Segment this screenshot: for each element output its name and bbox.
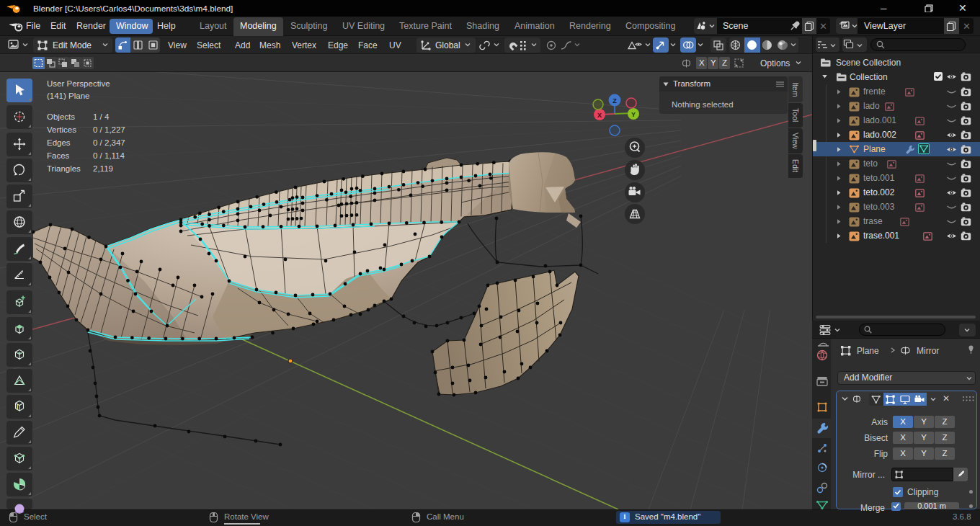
- svg-text:Y: Y: [631, 111, 636, 118]
- svg-text:Z: Z: [612, 97, 617, 104]
- svg-text:X: X: [597, 112, 602, 119]
